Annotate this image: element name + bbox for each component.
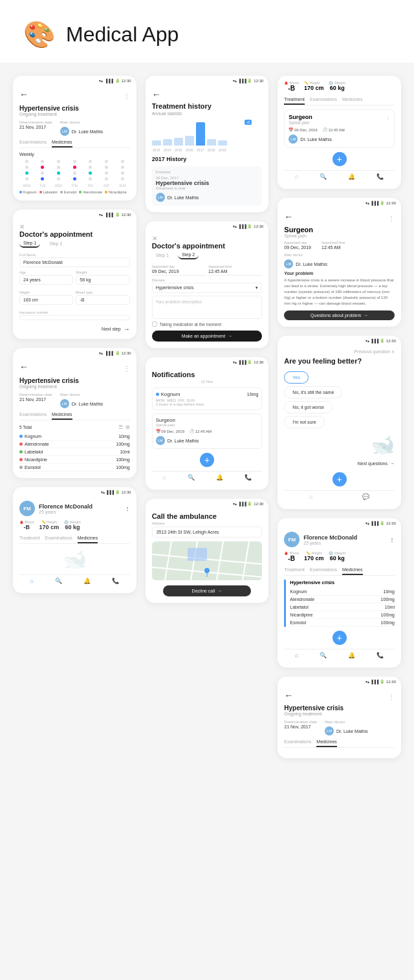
back-button-5[interactable]: ← bbox=[152, 89, 161, 100]
meta-row-3: Determination date 21 Nov, 2017 Main doc… bbox=[19, 393, 130, 408]
tab-medicines-3[interactable]: Medicines bbox=[52, 411, 72, 420]
next-questions-button[interactable]: Next questions → bbox=[358, 461, 395, 466]
home-icon-top[interactable]: ⌂ bbox=[295, 173, 298, 180]
phone-icon-p2[interactable]: 📞 bbox=[376, 652, 384, 659]
tab-medicines-st[interactable]: Medicines bbox=[342, 96, 363, 105]
tab-medicines-p1[interactable]: Medicines bbox=[78, 534, 98, 543]
screen-qa: ▾▴ ▐▐▐ 🔋 12:30 Previous question ∧ Are y… bbox=[278, 336, 401, 509]
fab-top-right[interactable]: + bbox=[332, 152, 347, 166]
dot bbox=[73, 177, 76, 180]
bar-2013 bbox=[152, 140, 161, 146]
battery-icon-2: 🔋 bbox=[115, 212, 120, 217]
back-button-last[interactable]: ← bbox=[284, 690, 293, 701]
tab-medicines-last[interactable]: Medicines bbox=[316, 738, 337, 747]
search-icon-p2[interactable]: 🔍 bbox=[320, 652, 327, 659]
list-icon[interactable]: ☰ bbox=[118, 424, 123, 430]
p2-med-alendronate: Alendronate 100mg bbox=[290, 596, 395, 604]
tab-examinations-last[interactable]: Examinations bbox=[284, 738, 311, 747]
profile-menu[interactable]: ⋮ bbox=[125, 506, 130, 512]
bell-icon-p2[interactable]: 🔔 bbox=[348, 652, 355, 659]
home-icon-7[interactable]: ⌂ bbox=[162, 474, 166, 481]
menu-dots-sd[interactable]: ⋮ bbox=[388, 215, 395, 222]
tab-examinations-p2[interactable]: Examinations bbox=[310, 566, 337, 575]
home-icon-qa[interactable]: ⌂ bbox=[309, 494, 312, 500]
bar-2014 bbox=[163, 139, 172, 146]
search-icon[interactable]: 🔍 bbox=[55, 578, 62, 584]
grid-icon[interactable]: ⊞ bbox=[125, 424, 130, 430]
arrow-right-icon-qa: → bbox=[390, 461, 395, 466]
make-appointment-button[interactable]: Make an appointment → bbox=[152, 331, 263, 342]
search-icon-top[interactable]: 🔍 bbox=[320, 173, 327, 180]
home-icon-p2[interactable]: ⌂ bbox=[295, 652, 298, 659]
close-button-2[interactable]: ✕ bbox=[152, 235, 157, 242]
fab-add[interactable]: + bbox=[200, 453, 214, 467]
disease-select[interactable]: Hypertensive crisis ▾ bbox=[152, 283, 263, 293]
step-2-label[interactable]: Step 2 bbox=[45, 240, 66, 247]
step-indicator-1: Step 1 Step 2 bbox=[19, 239, 130, 248]
history-card: Finished 16 Dec, 2017 Hypertensive crisi… bbox=[152, 166, 263, 206]
blood-type-input[interactable]: -B bbox=[76, 295, 129, 305]
menu-dots-1[interactable]: ⋮ bbox=[124, 93, 130, 100]
phone-icon[interactable]: 📞 bbox=[112, 578, 119, 584]
questions-about-problem-button[interactable]: Questions about problem → bbox=[284, 310, 395, 320]
search-icon-7[interactable]: 🔍 bbox=[188, 474, 195, 481]
profile-tabs-2: Treatment Examinations Medicines bbox=[284, 566, 395, 576]
fab-profile-2[interactable]: + bbox=[332, 631, 347, 645]
phone-icon-top[interactable]: 📞 bbox=[376, 173, 384, 180]
phone-icon-7[interactable]: 📞 bbox=[245, 474, 252, 481]
decline-call-button[interactable]: Decline call → bbox=[163, 585, 252, 596]
tab-examinations-st[interactable]: Examinations bbox=[310, 96, 337, 105]
tab-examinations-3[interactable]: Examinations bbox=[19, 411, 47, 420]
surgeon-detail-sub: Spinal pain bbox=[284, 234, 395, 238]
prev-question-link[interactable]: Previous question ∧ bbox=[284, 349, 395, 354]
chat-icon-qa[interactable]: 💬 bbox=[362, 494, 369, 500]
schedule-label: Weekly bbox=[19, 152, 130, 157]
treatment-history-title: Treatment history bbox=[152, 102, 263, 110]
answer-not-sure[interactable]: I'm not sure bbox=[284, 416, 324, 428]
problem-textarea[interactable]: Your problem description bbox=[152, 296, 263, 319]
menu-dots-last[interactable]: ⋮ bbox=[388, 693, 395, 701]
profile-name-1: Florence McDonald bbox=[39, 503, 93, 510]
home-icon[interactable]: ⌂ bbox=[30, 578, 34, 584]
answer-no-worse[interactable]: No, it got worse bbox=[284, 401, 332, 413]
age-input[interactable]: 24 years bbox=[19, 275, 73, 285]
arrow-right-icon: → bbox=[124, 325, 130, 332]
height-blood-row: Height 163 cm Blood type -B bbox=[19, 290, 130, 310]
step-1-label-2[interactable]: Step 1 bbox=[152, 252, 173, 259]
answer-yes[interactable]: Yes bbox=[284, 371, 308, 384]
full-name-input[interactable]: Florence McDonald bbox=[19, 257, 130, 267]
bell-icon-7[interactable]: 🔔 bbox=[216, 474, 223, 481]
next-step-button[interactable]: Next step → bbox=[19, 325, 130, 332]
bell-icon[interactable]: 🔔 bbox=[83, 578, 91, 584]
col-2: ▾▴ ▐▐▐ 🔋 12:30 ← Treatment history Annua… bbox=[146, 76, 269, 758]
profile-menu-2[interactable]: ⋮ bbox=[389, 537, 395, 543]
step-2-label-2[interactable]: Step 2 bbox=[178, 251, 199, 259]
address-input[interactable]: 3513 24th St SW, Lehigh Acres bbox=[152, 527, 263, 538]
medication-checkbox[interactable] bbox=[152, 321, 157, 327]
surgeon-card-menu[interactable]: ⋮ bbox=[386, 115, 390, 120]
tab-medicines-1[interactable]: Medicines bbox=[52, 138, 72, 147]
answer-no-same[interactable]: No, it's still the same bbox=[284, 386, 342, 398]
close-button[interactable]: ✕ bbox=[19, 223, 25, 230]
fab-qa[interactable]: + bbox=[332, 472, 347, 486]
tab-medicines-p2[interactable]: Medicines bbox=[342, 566, 363, 575]
weight-input[interactable]: 58 kg bbox=[76, 275, 129, 285]
bell-icon-top[interactable]: 🔔 bbox=[348, 173, 355, 180]
insurance-input[interactable] bbox=[19, 315, 130, 320]
tab-examinations-1[interactable]: Examinations bbox=[19, 138, 47, 147]
tab-examinations-p1[interactable]: Examinations bbox=[45, 534, 72, 543]
profile-name-2: Florence McDonald bbox=[303, 534, 357, 541]
blood-stat: 🩸 Blood -B bbox=[19, 520, 34, 530]
menu-dots-3[interactable]: ⋮ bbox=[124, 365, 130, 372]
step-1-label[interactable]: Step 1 bbox=[19, 239, 40, 248]
tab-treatment-p1[interactable]: Treatment bbox=[19, 534, 40, 543]
back-button-3[interactable]: ← bbox=[19, 362, 28, 372]
tab-treatment-st[interactable]: Treatment bbox=[284, 96, 305, 105]
tabs-row-3: Examinations Medicines bbox=[19, 411, 130, 420]
height-input[interactable]: 163 cm bbox=[19, 295, 73, 305]
back-button-sd[interactable]: ← bbox=[284, 212, 293, 222]
main-doctor-1: Main doctor LM Dr. Luke Mathis bbox=[60, 120, 104, 136]
p2-med-esmolol: Esmolol 100mg bbox=[290, 619, 395, 627]
back-button-1[interactable]: ← bbox=[19, 89, 28, 100]
tab-treatment-p2[interactable]: Treatment bbox=[284, 566, 305, 575]
